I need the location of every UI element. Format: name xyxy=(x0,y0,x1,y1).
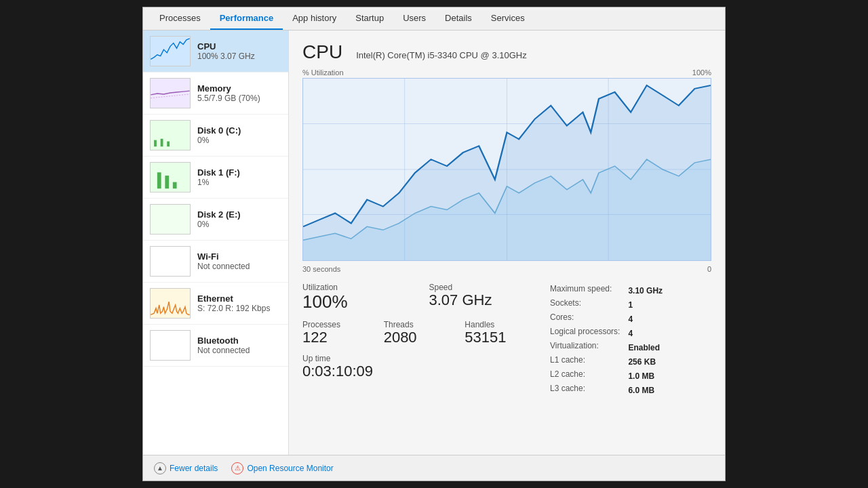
ethernet-name: Ethernet xyxy=(197,293,281,304)
bluetooth-name: Bluetooth xyxy=(197,336,281,346)
l3-value: 6.0 MB xyxy=(628,384,663,396)
chart-bottom-labels: 30 seconds 0 xyxy=(302,265,711,273)
memory-sub: 5.5/7.9 GB (70%) xyxy=(197,94,281,103)
disk0-thumbnail xyxy=(150,120,191,150)
uptime-label: Up time xyxy=(302,354,535,363)
cpu-sub: 100% 3.07 GHz xyxy=(197,52,281,61)
svg-rect-2 xyxy=(167,142,170,147)
tab-details[interactable]: Details xyxy=(435,7,481,30)
cpu-name: CPU xyxy=(197,41,281,52)
speed-value: 3.07 GHz xyxy=(429,292,536,308)
threads-block: Threads 2080 xyxy=(384,320,454,346)
memory-info: Memory 5.5/7.9 GB (70%) xyxy=(197,83,281,103)
bluetooth-info: Bluetooth Not connected xyxy=(197,336,281,355)
cpu-chart xyxy=(302,78,711,261)
svg-rect-0 xyxy=(154,140,157,147)
wifi-sub: Not connected xyxy=(197,262,281,271)
sidebar-item-ethernet[interactable]: Ethernet S: 72.0 R: 192 Kbps xyxy=(143,283,288,325)
wifi-name: Wi-Fi xyxy=(197,251,281,262)
utilization-value: 100% xyxy=(302,292,409,312)
detail-table: Maximum speed: 3.10 GHz Sockets: 1 Cores… xyxy=(549,283,664,398)
disk0-name: Disk 0 (C:) xyxy=(197,125,281,136)
main-panel: CPU Intel(R) Core(TM) i5-3340 CPU @ 3.10… xyxy=(289,30,725,455)
disk1-thumbnail xyxy=(150,162,191,192)
fewer-details-button[interactable]: ▲ Fewer details xyxy=(154,462,218,474)
tab-users[interactable]: Users xyxy=(393,7,435,30)
y-axis-label: % Utilization xyxy=(302,68,344,77)
l2-value: 1.0 MB xyxy=(628,369,663,382)
speed-label: Speed xyxy=(429,283,536,292)
disk0-sub: 0% xyxy=(197,136,281,145)
cpu-info: CPU 100% 3.07 GHz xyxy=(197,41,281,61)
ethernet-sub: S: 72.0 R: 192 Kbps xyxy=(197,304,281,313)
sidebar-item-disk0[interactable]: Disk 0 (C:) 0% xyxy=(143,115,288,157)
content-area: CPU 100% 3.07 GHz Memory 5.5/7.9 GB (70%… xyxy=(143,30,725,455)
l2-label: L2 cache: xyxy=(550,369,627,382)
disk1-info: Disk 1 (F:) 1% xyxy=(197,167,281,187)
utilization-label: Utilization xyxy=(302,283,409,292)
sidebar-item-disk1[interactable]: Disk 1 (F:) 1% xyxy=(143,157,288,199)
logical-value: 4 xyxy=(628,327,663,340)
max-speed-value: 3.10 GHz xyxy=(628,284,663,297)
tab-processes[interactable]: Processes xyxy=(150,7,210,30)
disk1-name: Disk 1 (F:) xyxy=(197,167,281,178)
memory-name: Memory xyxy=(197,83,281,94)
bluetooth-sub: Not connected xyxy=(197,346,281,355)
disk2-name: Disk 2 (E:) xyxy=(197,209,281,220)
open-resource-monitor-button[interactable]: ⚠ Open Resource Monitor xyxy=(231,462,333,474)
cores-value: 4 xyxy=(628,312,663,325)
handles-block: Handles 53151 xyxy=(465,320,535,346)
svg-rect-1 xyxy=(161,139,163,146)
ethernet-info: Ethernet S: 72.0 R: 192 Kbps xyxy=(197,293,281,313)
sidebar-item-bluetooth[interactable]: Bluetooth Not connected xyxy=(143,325,288,367)
right-details: Maximum speed: 3.10 GHz Sockets: 1 Cores… xyxy=(549,283,711,398)
tab-performance[interactable]: Performance xyxy=(210,7,283,30)
chart-util-label: % Utilization 100% xyxy=(302,68,711,77)
sidebar-item-disk2[interactable]: Disk 2 (E:) 0% xyxy=(143,199,288,241)
wifi-thumbnail xyxy=(150,246,191,277)
threads-value: 2080 xyxy=(384,329,454,346)
svg-rect-3 xyxy=(157,172,161,188)
l1-value: 256 KB xyxy=(628,355,663,368)
y-axis-max: 100% xyxy=(692,68,711,77)
utilization-block: Utilization 100% xyxy=(302,283,409,312)
disk2-info: Disk 2 (E:) 0% xyxy=(197,209,281,229)
sockets-label: Sockets: xyxy=(550,298,627,311)
task-manager-window: Processes Performance App history Startu… xyxy=(142,7,726,481)
sidebar: CPU 100% 3.07 GHz Memory 5.5/7.9 GB (70%… xyxy=(143,30,289,455)
processes-label: Processes xyxy=(302,320,373,329)
left-stats: Utilization 100% Speed 3.07 GHz Processe… xyxy=(302,283,535,398)
svg-rect-5 xyxy=(173,182,177,189)
tab-services[interactable]: Services xyxy=(481,7,534,30)
disk2-thumbnail xyxy=(150,204,191,235)
virt-value: Enabled xyxy=(628,341,663,354)
cores-label: Cores: xyxy=(550,312,627,325)
tab-bar: Processes Performance App history Startu… xyxy=(143,7,725,30)
uptime-block: Up time 0:03:10:09 xyxy=(302,354,535,380)
memory-thumbnail xyxy=(150,78,191,108)
tab-startup[interactable]: Startup xyxy=(346,7,393,30)
speed-block: Speed 3.07 GHz xyxy=(429,283,536,312)
sidebar-item-wifi[interactable]: Wi-Fi Not connected xyxy=(143,241,288,283)
processes-block: Processes 122 xyxy=(302,320,373,346)
processes-value: 122 xyxy=(302,329,373,346)
stats-area: Utilization 100% Speed 3.07 GHz Processe… xyxy=(302,283,711,398)
l3-label: L3 cache: xyxy=(550,384,627,396)
uptime-value: 0:03:10:09 xyxy=(302,363,535,380)
bottom-bar: ▲ Fewer details ⚠ Open Resource Monitor xyxy=(143,455,725,481)
handles-value: 53151 xyxy=(465,329,535,346)
cpu-main-subtitle: Intel(R) Core(TM) i5-3340 CPU @ 3.10GHz xyxy=(356,50,527,60)
tab-app-history[interactable]: App history xyxy=(283,7,346,30)
monitor-icon: ⚠ xyxy=(231,462,243,474)
l1-label: L1 cache: xyxy=(550,355,627,368)
sidebar-item-memory[interactable]: Memory 5.5/7.9 GB (70%) xyxy=(143,73,288,115)
wifi-info: Wi-Fi Not connected xyxy=(197,251,281,271)
sidebar-item-cpu[interactable]: CPU 100% 3.07 GHz xyxy=(143,30,288,73)
bluetooth-thumbnail xyxy=(150,330,191,361)
svg-rect-4 xyxy=(165,176,169,188)
ethernet-thumbnail xyxy=(150,288,191,319)
max-speed-label: Maximum speed: xyxy=(550,284,627,297)
x-axis-right: 0 xyxy=(707,265,711,273)
sockets-value: 1 xyxy=(628,298,663,311)
threads-label: Threads xyxy=(384,320,454,329)
